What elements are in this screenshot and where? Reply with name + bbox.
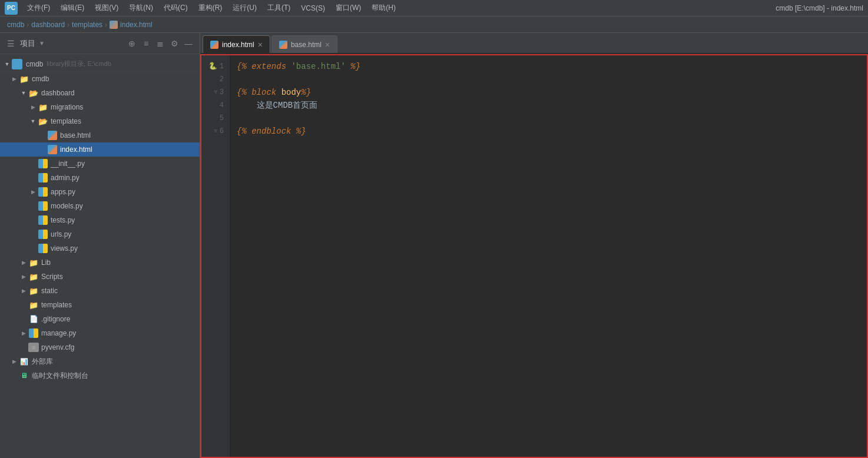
menu-navigate[interactable]: 导航(N) (124, 2, 158, 14)
tree-item-admin-py[interactable]: ▶ admin.py (0, 171, 200, 185)
root-icon (12, 59, 22, 69)
tree-item-pyvenv-cfg[interactable]: ▶ ≡ pyvenv.cfg (0, 340, 200, 354)
code-editor[interactable]: 🐍 1 2 ▽ 3 4 5 (200, 54, 868, 458)
tree-item-dashboard[interactable]: ▼ 📂 dashboard (0, 86, 200, 100)
tree-item-views-py[interactable]: ▶ views.py (0, 241, 200, 255)
editor-area: index.html × base.html × 🐍 1 2 (200, 33, 868, 458)
main-layout: ☰ 项目 ▼ ⊕ ≡ ≣ ⚙ — ▼ cmdb library根目录, E:\c… (0, 33, 868, 458)
code-line-5 (237, 112, 867, 125)
tree-item-gitignore[interactable]: ▶ 📄 .gitignore (0, 312, 200, 326)
line-num-4: 4 (201, 99, 230, 112)
tab-index-html[interactable]: index.html × (203, 35, 270, 53)
root-path: library根目录, E:\cmdb (47, 59, 111, 68)
tree-item-tests-py[interactable]: ▶ tests.py (0, 213, 200, 227)
extlib-label: 外部库 (32, 357, 53, 367)
menu-view[interactable]: 视图(V) (90, 2, 123, 14)
dashboard-label: dashboard (41, 89, 75, 97)
menu-file[interactable]: 文件(F) (22, 2, 55, 14)
apps-py-label: apps.py (51, 188, 75, 196)
sidebar-settings-btn[interactable]: ⚙ (168, 37, 181, 50)
tree-root[interactable]: ▼ cmdb library根目录, E:\cmdb (0, 57, 200, 72)
menubar: PC 文件(F) 编辑(E) 视图(V) 导航(N) 代码(C) 重构(R) 运… (0, 0, 868, 16)
sidebar-title: 项目 (20, 38, 35, 49)
base-html-label: base.html (60, 131, 91, 140)
tree-item-models-py[interactable]: ▶ models.py (0, 199, 200, 213)
views-py-icon (38, 244, 48, 253)
sidebar-menu-icon[interactable]: ☰ (5, 38, 16, 49)
tree-item-base-html[interactable]: ▶ base.html (0, 128, 200, 142)
tab-base-html-icon (279, 41, 287, 49)
models-py-icon (38, 201, 48, 211)
static-label: static (41, 287, 58, 295)
cmdb-folder-icon: 📁 (19, 74, 29, 84)
gitignore-icon: 📄 (28, 314, 39, 324)
gitignore-label: .gitignore (41, 315, 70, 323)
dashboard-arrow: ▼ (19, 86, 28, 100)
sidebar-expand-icon: ▼ (39, 40, 45, 47)
templates-label: templates (51, 117, 81, 125)
breadcrumb-cmdb[interactable]: cmdb (7, 21, 24, 29)
tree-item-apps-py[interactable]: ▶ apps.py (0, 185, 200, 199)
tab-index-html-close[interactable]: × (258, 41, 263, 49)
line-numbers: 🐍 1 2 ▽ 3 4 5 (201, 55, 230, 457)
tab-base-html-close[interactable]: × (325, 41, 330, 49)
templates-root-folder-icon: 📁 (28, 300, 39, 310)
urls-py-label: urls.py (51, 230, 71, 238)
menu-tools[interactable]: 工具(T) (263, 2, 295, 14)
line-num-1: 🐍 1 (201, 60, 230, 73)
tree-item-scratch[interactable]: ▶ 🖥 临时文件和控制台 (0, 369, 200, 383)
static-folder-icon: 📁 (28, 286, 39, 296)
breadcrumb-dashboard[interactable]: dashboard (31, 21, 65, 29)
menu-edit[interactable]: 编辑(E) (56, 2, 89, 14)
menu-help[interactable]: 帮助(H) (367, 2, 400, 14)
templates-folder-icon: 📂 (38, 117, 48, 126)
cmdb-arrow: ▶ (9, 72, 19, 86)
tests-py-label: tests.py (51, 216, 75, 224)
tree-item-static[interactable]: ▶ 📁 static (0, 284, 200, 298)
breadcrumb-index-html[interactable]: index.html (120, 21, 153, 29)
menu-code[interactable]: 代码(C) (159, 2, 193, 14)
sidebar-tools: ⊕ ≡ ≣ ⚙ — (125, 37, 195, 50)
tree-item-external-lib[interactable]: ▶ 📊 外部库 (0, 354, 200, 369)
fold-arrow-3[interactable]: ▽ (214, 86, 217, 99)
dashboard-folder-icon: 📂 (28, 88, 39, 98)
migrations-label: migrations (51, 103, 83, 111)
fold-arrow-6[interactable]: ▽ (214, 125, 217, 138)
breadcrumb-file: index.html (110, 21, 153, 29)
scripts-arrow: ▶ (19, 270, 28, 284)
templates-arrow: ▼ (28, 114, 38, 128)
extlib-arrow: ▶ (9, 354, 19, 369)
code-content[interactable]: {% extends 'base.html' %} {% (230, 55, 867, 457)
menu-refactor[interactable]: 重构(R) (194, 2, 227, 14)
menu-window[interactable]: 窗口(W) (331, 2, 366, 14)
tab-bar: index.html × base.html × (200, 33, 868, 54)
extlib-icon: 📊 (19, 357, 29, 366)
tab-base-html[interactable]: base.html × (271, 35, 337, 53)
scratch-icon: 🖥 (19, 371, 29, 380)
lib-folder-icon: 📁 (28, 258, 39, 267)
sidebar-expand-all-btn[interactable]: ≣ (154, 37, 167, 50)
scratch-label: 临时文件和控制台 (32, 371, 88, 381)
tab-index-html-icon (210, 41, 218, 49)
tree-item-manage-py[interactable]: ▶ manage.py (0, 326, 200, 340)
tree-item-templates[interactable]: ▼ 📂 templates (0, 114, 200, 128)
breadcrumb-sep-1: › (26, 21, 29, 29)
breadcrumb-templates[interactable]: templates (72, 21, 102, 29)
migrations-arrow: ▶ (28, 100, 38, 114)
tree-item-scripts[interactable]: ▶ 📁 Scripts (0, 270, 200, 284)
tree-item-lib[interactable]: ▶ 📁 Lib (0, 255, 200, 270)
tree-item-cmdb[interactable]: ▶ 📁 cmdb (0, 72, 200, 86)
breadcrumb-file-icon (110, 21, 118, 29)
sidebar-locate-btn[interactable]: ⊕ (125, 37, 138, 50)
sidebar-hide-btn[interactable]: — (182, 37, 195, 50)
menu-run[interactable]: 运行(U) (228, 2, 261, 14)
tree-item-urls-py[interactable]: ▶ urls.py (0, 227, 200, 241)
apps-py-arrow: ▶ (28, 185, 38, 199)
sidebar-collapse-all-btn[interactable]: ≡ (140, 37, 153, 50)
tree-item-migrations[interactable]: ▶ 📁 migrations (0, 100, 200, 114)
tree-item-templates-root[interactable]: ▶ 📁 templates (0, 298, 200, 312)
menu-vcs[interactable]: VCS(S) (296, 3, 330, 14)
admin-py-label: admin.py (51, 174, 79, 182)
tree-item-index-html[interactable]: ▶ index.html (0, 142, 200, 157)
tree-item-init-py[interactable]: ▶ __init__.py (0, 157, 200, 171)
